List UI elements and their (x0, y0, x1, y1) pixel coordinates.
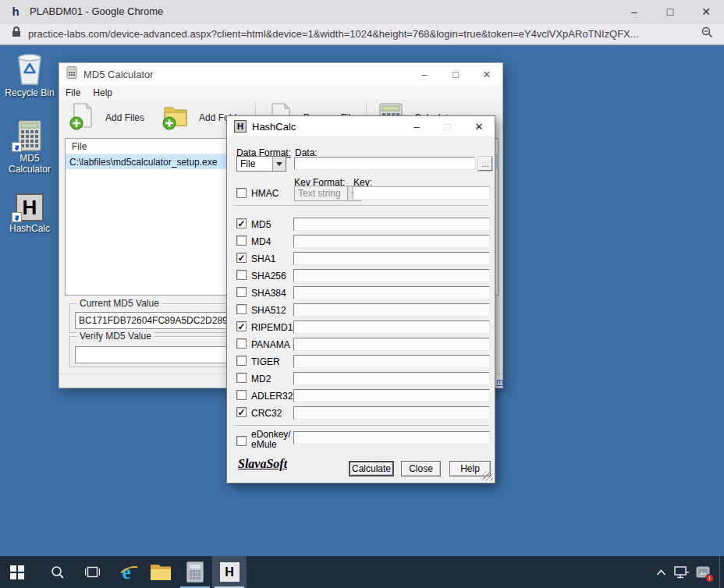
taskbar-file-explorer[interactable] (144, 556, 178, 588)
hash-algorithm-row: PANAMA (227, 338, 495, 353)
sha512-result-field[interactable] (293, 303, 490, 317)
hashcalc-minimize-button[interactable]: – (401, 115, 432, 137)
resize-grip[interactable] (483, 471, 493, 481)
key-format-value: Text string (295, 186, 347, 200)
crc32-result-field[interactable] (293, 406, 490, 420)
adler32-result-field[interactable] (293, 389, 490, 402)
tiger-result-field[interactable] (293, 355, 490, 368)
hashcalc-window-title: HashCalc (252, 121, 296, 133)
taskbar-internet-explorer[interactable]: e (109, 556, 144, 588)
edonkey-result-field[interactable] (293, 431, 490, 445)
md5-close-button[interactable]: ✕ (471, 63, 502, 85)
task-view-button[interactable] (75, 556, 109, 588)
hashcalc-calculate-button[interactable]: Calculate (349, 461, 394, 476)
task-view-icon (85, 565, 100, 579)
taskbar-hashcalc[interactable]: H (212, 556, 247, 588)
sha1-checkbox[interactable]: ✓ (236, 253, 247, 263)
sha512-checkbox[interactable] (236, 304, 247, 314)
show-desktop-button[interactable] (719, 556, 724, 588)
taskbar: e H ! (0, 556, 724, 588)
hash-algorithm-row: SHA384 (227, 286, 495, 302)
zoom-indicator-icon[interactable] (701, 27, 713, 41)
menu-help[interactable]: Help (87, 85, 119, 100)
desktop-icon-label: MD5 Calculator (1, 154, 59, 175)
recycle-bin-icon (1, 51, 59, 86)
crc32-checkbox[interactable]: ✓ (236, 407, 247, 417)
hmac-label: HMAC (251, 188, 279, 199)
data-format-value: File (237, 157, 272, 171)
hashcalc-close-button[interactable]: ✕ (463, 115, 495, 137)
system-tray: ! (651, 556, 724, 588)
hash-algorithm-row: TIGER (227, 355, 495, 370)
md5-result-field[interactable] (293, 218, 490, 231)
browse-button[interactable]: ... (478, 157, 492, 171)
hidden-icons-chevron[interactable] (651, 556, 671, 588)
edonkey-label-line1: eDonkey/ (251, 429, 291, 440)
data-format-select[interactable]: File (236, 156, 286, 172)
md4-label: MD4 (251, 236, 271, 247)
browser-title: PLABDM01 - Google Chrome (30, 5, 163, 17)
hash-algorithm-row: ✓ CRC32 (227, 406, 495, 422)
shortcut-arrow-icon (12, 142, 22, 152)
md5-label: MD5 (251, 219, 271, 230)
lock-icon[interactable] (12, 27, 21, 41)
ripemd160-checkbox[interactable]: ✓ (236, 321, 247, 331)
start-button[interactable] (0, 556, 34, 588)
browser-titlebar[interactable]: h PLABDM01 - Google Chrome – □ ✕ (0, 0, 724, 23)
section-divider (233, 425, 488, 427)
chevron-down-icon[interactable] (272, 157, 286, 171)
add-files-label: Add Files (105, 112, 144, 123)
current-md5-label: Current MD5 Value (76, 298, 162, 309)
desktop-icon-label: Recycle Bin (1, 88, 59, 99)
md2-result-field[interactable] (293, 372, 490, 385)
hashcalc-window: H HashCalc – □ ✕ Data Format: File Data:… (226, 115, 495, 484)
hashcalc-titlebar[interactable]: H HashCalc – □ ✕ (227, 116, 495, 137)
add-files-button[interactable]: Add Files (59, 101, 153, 134)
browser-close-button[interactable]: ✕ (688, 0, 724, 23)
hashcalc-close-action-button[interactable]: Close (401, 461, 441, 476)
panama-label: PANAMA (251, 339, 290, 350)
sha384-checkbox[interactable] (236, 287, 247, 297)
panama-checkbox[interactable] (236, 338, 247, 349)
desktop-icon-hashcalc[interactable]: H HashCalc (1, 187, 59, 235)
sha384-result-field[interactable] (293, 286, 490, 299)
data-input[interactable] (294, 157, 475, 170)
sha1-result-field[interactable] (293, 252, 490, 265)
browser-minimize-button[interactable]: – (616, 0, 652, 23)
md5-window-titlebar[interactable]: MD5 Calculator – □ ✕ (59, 63, 502, 85)
hashcalc-maximize-button: □ (432, 115, 463, 137)
hmac-checkbox[interactable] (236, 188, 247, 198)
file-explorer-icon (151, 565, 171, 580)
panama-result-field[interactable] (293, 338, 490, 351)
edonkey-checkbox[interactable] (236, 436, 247, 446)
adler32-checkbox[interactable] (236, 390, 247, 400)
md5-window-icon (66, 66, 77, 82)
url-text[interactable]: practice-labs.com/device-advanced.aspx?c… (28, 28, 695, 40)
md2-checkbox[interactable] (236, 373, 247, 383)
crc32-label: CRC32 (251, 408, 282, 419)
md5-maximize-button[interactable]: □ (440, 63, 471, 85)
browser-maximize-button[interactable]: □ (652, 0, 688, 23)
network-status-icon[interactable] (671, 556, 691, 588)
sha256-label: SHA256 (251, 271, 286, 282)
taskbar-calculator[interactable] (178, 556, 212, 588)
menu-file[interactable]: File (59, 85, 87, 100)
desktop-icon-recycle-bin[interactable]: Recycle Bin (1, 51, 59, 99)
remote-screen-notification-icon[interactable]: ! (691, 556, 715, 588)
hash-algorithm-row: SHA256 (227, 269, 495, 285)
search-icon (51, 565, 65, 579)
sha256-result-field[interactable] (293, 269, 490, 282)
desktop-icon-md5-calculator[interactable]: MD5 Calculator (1, 117, 59, 175)
add-files-icon (68, 102, 96, 133)
partial-website-link[interactable]: m (496, 377, 503, 386)
browser-urlbar[interactable]: practice-labs.com/device-advanced.aspx?c… (0, 23, 724, 45)
md5-menubar: File Help (59, 85, 502, 100)
ripemd160-result-field[interactable] (293, 321, 490, 334)
md5-minimize-button[interactable]: – (409, 63, 440, 85)
sha256-checkbox[interactable] (236, 270, 247, 280)
md5-checkbox[interactable]: ✓ (236, 218, 247, 228)
taskbar-search-button[interactable] (41, 556, 75, 588)
tiger-checkbox[interactable] (236, 356, 247, 366)
md4-result-field[interactable] (293, 235, 490, 248)
md4-checkbox[interactable] (236, 236, 247, 246)
